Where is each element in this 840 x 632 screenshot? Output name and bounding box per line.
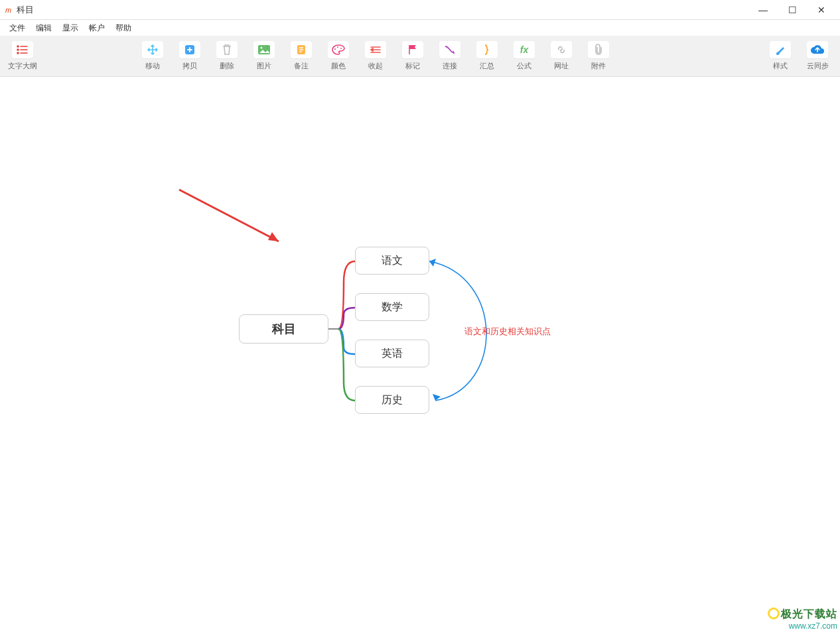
note-icon (291, 41, 312, 58)
menu-help[interactable]: 帮助 (110, 21, 137, 35)
collapse-button[interactable]: 收起 (360, 38, 391, 74)
connect-button[interactable]: 连接 (434, 38, 466, 74)
app-icon: m (5, 6, 11, 14)
watermark-url: www.xz7.com (768, 621, 837, 631)
trash-icon (216, 41, 238, 58)
menu-view[interactable]: 显示 (57, 21, 84, 35)
image-icon (253, 41, 275, 58)
attachment-button[interactable]: 附件 (583, 38, 614, 74)
link-icon (551, 41, 572, 58)
svg-point-13 (334, 48, 336, 50)
formula-icon: fx (514, 41, 535, 58)
menubar: 文件 编辑 显示 帐户 帮助 (0, 20, 840, 36)
copy-icon (179, 41, 200, 58)
svg-point-4 (17, 52, 19, 54)
summary-button[interactable]: 汇总 (471, 38, 503, 74)
collapse-icon (365, 41, 386, 58)
toolbar: 文字大纲 移动 拷贝 删除 图片 (0, 36, 840, 77)
child-node-0[interactable]: 语文 (355, 247, 429, 275)
copy-button[interactable]: 拷贝 (174, 38, 206, 74)
svg-line-19 (179, 190, 279, 241)
maximize-button[interactable]: ☐ (783, 5, 802, 15)
menu-file[interactable]: 文件 (4, 21, 31, 35)
minimize-button[interactable]: — (754, 5, 772, 15)
note-button[interactable]: 备注 (285, 38, 317, 74)
watermark: 极光下载站 www.xz7.com (768, 607, 837, 631)
connection-annotation[interactable]: 语文和历史相关知识点 (464, 326, 551, 338)
delete-button[interactable]: 删除 (211, 38, 243, 74)
svg-point-0 (17, 46, 19, 47)
brace-icon (476, 41, 498, 58)
svg-point-2 (17, 49, 19, 50)
url-button[interactable]: 网址 (545, 38, 577, 74)
mindmap-canvas[interactable]: 科目 语文 数学 英语 历史 语文和历史相关知识点 极光下载站 www.xz7.… (0, 77, 840, 632)
outline-button[interactable]: 文字大纲 (7, 38, 38, 74)
cloud-icon (807, 41, 828, 58)
outline-label: 文字大纲 (8, 61, 37, 71)
child-node-2[interactable]: 英语 (355, 340, 429, 367)
close-button[interactable]: ✕ (812, 5, 831, 15)
flag-icon (402, 41, 423, 58)
mark-button[interactable]: 标记 (397, 38, 429, 74)
window-title: 科目 (17, 4, 34, 16)
color-button[interactable]: 颜色 (322, 38, 354, 74)
menu-edit[interactable]: 编辑 (31, 21, 57, 35)
menu-account[interactable]: 帐户 (84, 21, 110, 35)
connect-icon (439, 41, 460, 58)
palette-icon (328, 41, 349, 58)
svg-point-8 (261, 47, 263, 49)
paperclip-icon (588, 41, 609, 58)
list-icon (12, 41, 33, 58)
image-button[interactable]: 图片 (248, 38, 280, 74)
child-node-3[interactable]: 历史 (355, 386, 429, 414)
child-node-1[interactable]: 数学 (355, 293, 429, 321)
cloud-sync-button[interactable]: 云同步 (802, 38, 833, 74)
move-icon (142, 41, 163, 58)
formula-button[interactable]: fx 公式 (508, 38, 540, 74)
brush-icon (770, 41, 791, 58)
svg-point-15 (340, 48, 342, 49)
svg-point-14 (337, 46, 338, 48)
watermark-brand: 极光下载站 (781, 608, 837, 619)
root-node[interactable]: 科目 (239, 314, 328, 344)
style-button[interactable]: 样式 (764, 38, 796, 74)
titlebar: m 科目 — ☐ ✕ (0, 0, 840, 20)
move-button[interactable]: 移动 (137, 38, 169, 74)
